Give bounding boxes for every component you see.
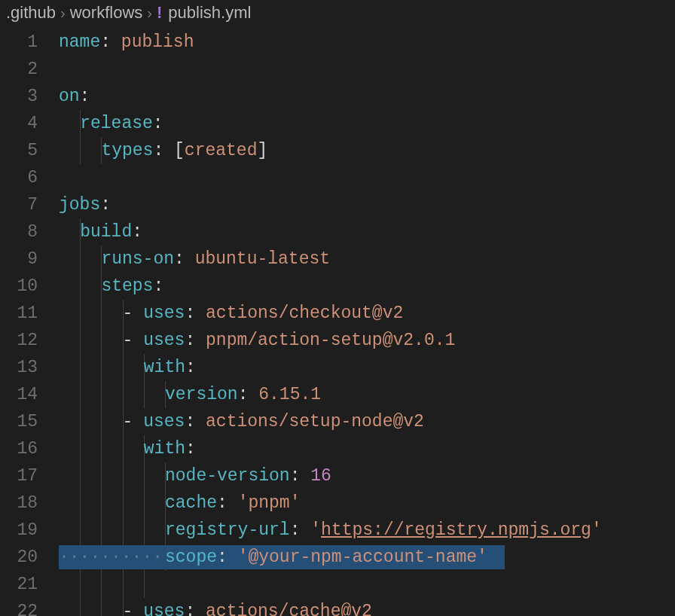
line-number: 6	[0, 164, 59, 191]
code-content[interactable]	[59, 571, 675, 598]
breadcrumb-file[interactable]: ! publish.yml	[157, 3, 251, 23]
token-str: '	[591, 520, 602, 540]
code-line[interactable]: 7jobs:	[0, 191, 675, 218]
token-colon: :	[185, 303, 206, 323]
line-number: 3	[0, 83, 59, 110]
code-line[interactable]: 2	[0, 56, 675, 83]
token-colon: :	[100, 195, 111, 215]
token-colon: :	[185, 412, 206, 432]
line-number: 12	[0, 327, 59, 354]
code-content[interactable]: with:	[59, 435, 675, 462]
token-str: actions/cache@v2	[206, 602, 372, 616]
token-dash: -	[123, 303, 144, 323]
line-number: 14	[0, 381, 59, 408]
code-line[interactable]: 16with:	[0, 435, 675, 462]
code-content[interactable]: with:	[59, 354, 675, 381]
code-content[interactable]: jobs:	[59, 191, 675, 218]
code-content[interactable]: version: 6.15.1	[59, 381, 675, 408]
token-str: '	[310, 520, 321, 540]
code-line[interactable]: 3on:	[0, 83, 675, 110]
token-key: uses	[143, 303, 185, 323]
line-number: 15	[0, 408, 59, 435]
code-line[interactable]: 4release:	[0, 110, 675, 137]
token-colon: :	[185, 439, 196, 459]
code-line[interactable]: 11- uses: actions/checkout@v2	[0, 300, 675, 327]
code-line[interactable]: 12- uses: pnpm/action-setup@v2.0.1	[0, 327, 675, 354]
breadcrumb[interactable]: .github › workflows › ! publish.yml	[0, 0, 675, 29]
token-colon: :	[100, 32, 121, 52]
token-num: 16	[310, 466, 331, 486]
line-number: 19	[0, 517, 59, 544]
line-number: 21	[0, 571, 59, 598]
code-content[interactable]: - uses: pnpm/action-setup@v2.0.1	[59, 327, 675, 354]
code-line[interactable]: 19registry-url: 'https://registry.npmjs.…	[0, 517, 675, 544]
token-dash: -	[123, 602, 144, 616]
token-key: uses	[143, 602, 185, 616]
token-colon: :	[185, 602, 206, 616]
line-number: 10	[0, 273, 59, 300]
code-line[interactable]: 5types: [created]	[0, 137, 675, 164]
line-number: 7	[0, 191, 59, 218]
token-colon: :	[185, 358, 196, 377]
token-colon: :	[153, 141, 174, 160]
line-number: 8	[0, 218, 59, 245]
line-number: 18	[0, 489, 59, 517]
code-content[interactable]	[59, 164, 675, 191]
code-line[interactable]: 15- uses: actions/setup-node@v2	[0, 408, 675, 435]
code-content[interactable]	[59, 56, 675, 83]
token-colon: :	[174, 249, 195, 269]
token-key: on	[59, 87, 80, 106]
token-key: version	[165, 385, 238, 404]
token-colon: :	[217, 493, 238, 513]
code-content[interactable]: types: [created]	[59, 137, 675, 164]
token-colon: :	[153, 114, 163, 133]
code-content[interactable]: - uses: actions/cache@v2	[59, 598, 675, 616]
line-number: 16	[0, 435, 59, 462]
code-line[interactable]: 21	[0, 571, 675, 598]
token-dash: -	[123, 331, 144, 350]
token-key: with	[144, 439, 185, 459]
code-line[interactable]: 1name: publish	[0, 29, 675, 56]
token-punc: [	[174, 141, 185, 160]
code-content[interactable]: build:	[59, 218, 675, 245]
line-number: 5	[0, 137, 59, 164]
code-content[interactable]: - uses: actions/checkout@v2	[59, 300, 675, 327]
token-key: name	[59, 32, 100, 52]
token-key: cache	[165, 493, 217, 513]
code-content[interactable]: registry-url: 'https://registry.npmjs.or…	[59, 517, 675, 544]
code-line[interactable]: 13with:	[0, 354, 675, 381]
token-str: ubuntu-latest	[195, 249, 330, 269]
code-line[interactable]: 14version: 6.15.1	[0, 381, 675, 408]
code-line[interactable]: 9runs-on: ubuntu-latest	[0, 245, 675, 273]
token-str: publish	[121, 32, 194, 52]
code-line[interactable]: 6	[0, 164, 675, 191]
code-line[interactable]: 17node-version: 16	[0, 462, 675, 489]
code-content[interactable]: on:	[59, 83, 675, 110]
token-str: 'pnpm'	[238, 493, 301, 513]
line-number: 22	[0, 598, 59, 616]
token-colon: :	[80, 87, 90, 106]
code-line[interactable]: 22- uses: actions/cache@v2	[0, 598, 675, 616]
code-content[interactable]: steps:	[59, 273, 675, 300]
code-line[interactable]: 10steps:	[0, 273, 675, 300]
token-colon: :	[217, 547, 238, 567]
token-str: actions/setup-node@v2	[206, 412, 424, 432]
code-editor[interactable]: 1name: publish23on:4release:5types: [cre…	[0, 29, 675, 616]
breadcrumb-part[interactable]: .github	[6, 3, 56, 23]
token-colon: :	[185, 331, 206, 350]
code-content[interactable]: runs-on: ubuntu-latest	[59, 245, 675, 273]
token-key: with	[144, 358, 185, 377]
code-line[interactable]: 20··········scope: '@your-npm-account-na…	[0, 544, 675, 571]
code-content[interactable]: - uses: actions/setup-node@v2	[59, 408, 675, 435]
breadcrumb-part[interactable]: workflows	[70, 3, 143, 23]
code-line[interactable]: 8build:	[0, 218, 675, 245]
code-line[interactable]: 18cache: 'pnpm'	[0, 489, 675, 517]
code-content[interactable]: cache: 'pnpm'	[59, 489, 675, 517]
line-number: 2	[0, 56, 59, 83]
code-content[interactable]: name: publish	[59, 29, 675, 56]
token-key: build	[80, 222, 132, 242]
code-content[interactable]: ··········scope: '@your-npm-account-name…	[59, 544, 675, 571]
yaml-file-icon: !	[157, 3, 162, 23]
code-content[interactable]: release:	[59, 110, 675, 137]
code-content[interactable]: node-version: 16	[59, 462, 675, 489]
